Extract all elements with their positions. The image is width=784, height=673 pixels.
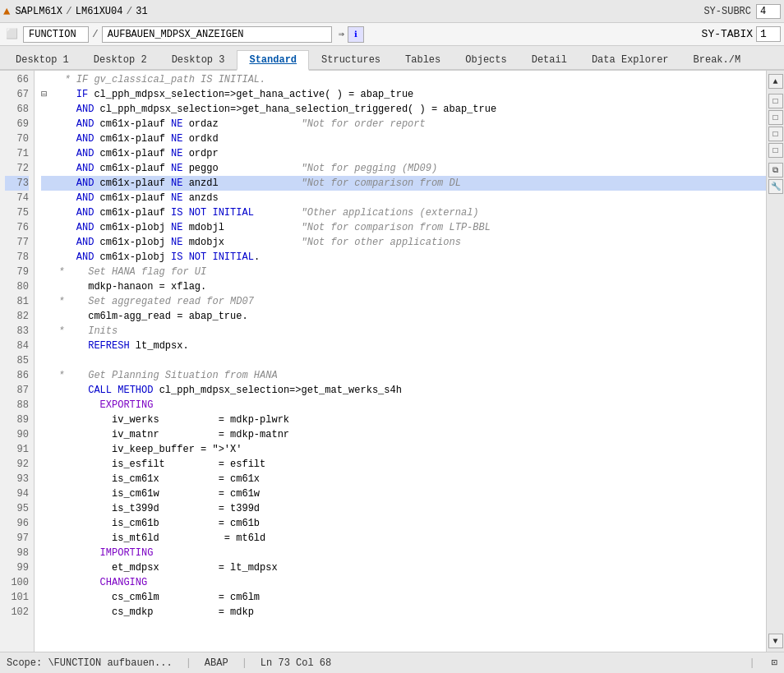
code-line-93: is_cm61x = cm61x bbox=[41, 472, 766, 486]
rt-btn-6[interactable]: 🔧 bbox=[768, 179, 783, 194]
scroll-down-btn[interactable]: ▼ bbox=[768, 634, 783, 648]
topbar2: ⬜ FUNCTION / AUFBAUEN_MDPSX_ANZEIGEN ⇒ ℹ… bbox=[0, 23, 784, 46]
rt-btn-3[interactable]: □ bbox=[768, 127, 783, 141]
statusbar: Scope: \FUNCTION aufbauen... | ABAP | Ln… bbox=[0, 652, 784, 673]
function-icon: ⬜ bbox=[3, 26, 20, 43]
code-line-100: CHANGING bbox=[41, 575, 766, 590]
code-line-67: ⊟ IF cl_pph_mdpsx_selection=>get_hana_ac… bbox=[41, 87, 766, 102]
rt-btn-4[interactable]: □ bbox=[768, 143, 783, 158]
topbar1: ▲ SAPLM61X / LM61XU04 / 31 SY-SUBRC 4 bbox=[0, 0, 784, 23]
code-line-97: is_mt6ld = mt6ld bbox=[41, 531, 766, 546]
code-line-74: AND cm61x-plauf NE anzds bbox=[41, 191, 766, 205]
scroll-up-btn[interactable]: ▲ bbox=[768, 74, 783, 89]
editor-wrapper: 6667686970717273747576777879808182838485… bbox=[0, 71, 784, 652]
rt-btn-2[interactable]: □ bbox=[768, 110, 783, 125]
include-name: LM61XU04 bbox=[76, 6, 123, 17]
tab-detail[interactable]: Detail bbox=[519, 50, 579, 69]
code-line-99: et_mdpsx = lt_mdpsx bbox=[41, 560, 766, 575]
program-name: SAPLM61X bbox=[15, 6, 62, 17]
code-line-88: EXPORTING bbox=[41, 398, 766, 413]
line-number: 31 bbox=[136, 6, 147, 17]
sap-icon: ▲ bbox=[3, 5, 10, 18]
tab-objects[interactable]: Objects bbox=[453, 50, 519, 69]
sy-tabix-label: SY-TABIX bbox=[702, 28, 753, 40]
code-line-92: is_esfilt = esfilt bbox=[41, 457, 766, 472]
rt-btn-1[interactable]: □ bbox=[768, 94, 783, 108]
program-segment: SAPLM61X / LM61XU04 / 31 bbox=[15, 5, 147, 17]
tab-tables[interactable]: Tables bbox=[393, 50, 453, 69]
code-line-80: mdkp-hanaon = xflag. bbox=[41, 279, 766, 294]
tab-desktop2[interactable]: Desktop 2 bbox=[81, 50, 159, 69]
code-line-84: REFRESH lt_mdpsx. bbox=[41, 339, 766, 353]
code-line-91: iv_keep_buffer = ">'X' bbox=[41, 442, 766, 457]
tab-data-explorer[interactable]: Data Explorer bbox=[579, 50, 681, 69]
code-line-89: iv_werks = mdkp-plwrk bbox=[41, 413, 766, 427]
code-line-96: is_cm61b = cm61b bbox=[41, 516, 766, 531]
rt-btn-5[interactable]: ⧉ bbox=[768, 163, 783, 177]
code-line-76: AND cm61x-plobj NE mdobjl "Not for compa… bbox=[41, 220, 766, 235]
tab-break[interactable]: Break./M bbox=[681, 50, 754, 69]
code-line-71: AND cm61x-plauf NE ordpr bbox=[41, 146, 766, 161]
line-numbers: 6667686970717273747576777879808182838485… bbox=[0, 71, 35, 652]
arrow-icon[interactable]: ⇒ bbox=[339, 28, 344, 40]
object-type: FUNCTION bbox=[23, 26, 89, 43]
code-line-86: * Get Planning Situation from HANA bbox=[41, 368, 766, 383]
tab-desktop1[interactable]: Desktop 1 bbox=[3, 50, 81, 69]
code-line-73: AND cm61x-plauf NE anzdl "Not for compar… bbox=[41, 176, 766, 191]
code-line-95: is_t399d = t399d bbox=[41, 501, 766, 516]
code-line-69: AND cm61x-plauf NE ordaz "Not for order … bbox=[41, 117, 766, 131]
code-line-94: is_cm61w = cm61w bbox=[41, 486, 766, 501]
code-line-90: iv_matnr = mdkp-matnr bbox=[41, 427, 766, 442]
code-line-70: AND cm61x-plauf NE ordkd bbox=[41, 131, 766, 146]
sep1: / bbox=[66, 5, 72, 17]
code-line-85 bbox=[41, 353, 766, 368]
sy-subrc-label: SY-SUBRC bbox=[703, 6, 751, 17]
sep2: / bbox=[126, 5, 132, 17]
code-line-82: cm6lm-agg_read = abap_true. bbox=[41, 309, 766, 324]
code-line-68: AND cl_pph_mdpsx_selection=>get_hana_sel… bbox=[41, 102, 766, 117]
editor-content: 6667686970717273747576777879808182838485… bbox=[0, 71, 766, 652]
code-line-102: cs_mdkp = mdkp bbox=[41, 605, 766, 620]
info-button[interactable]: ℹ bbox=[348, 26, 364, 43]
tab-standard[interactable]: Standard bbox=[237, 50, 309, 71]
code-line-87: CALL METHOD cl_pph_mdpsx_selection=>get_… bbox=[41, 383, 766, 398]
sy-tabix-value: 1 bbox=[756, 26, 781, 42]
status-icon: ⊡ bbox=[772, 657, 777, 669]
object-name: AUFBAUEN_MDPSX_ANZEIGEN bbox=[102, 26, 332, 43]
code-line-79: * Set HANA flag for UI bbox=[41, 265, 766, 279]
sy-subrc-value: 4 bbox=[756, 4, 781, 19]
tab-structures[interactable]: Structures bbox=[309, 50, 393, 69]
code-line-75: AND cm61x-plauf IS NOT INITIAL "Other ap… bbox=[41, 205, 766, 220]
code-line-66: * IF gv_classical_path IS INITIAL. bbox=[41, 72, 766, 87]
code-line-83: * Inits bbox=[41, 324, 766, 339]
code-line-101: cs_cm6lm = cm6lm bbox=[41, 590, 766, 605]
code-line-98: IMPORTING bbox=[41, 546, 766, 560]
position-label: Ln 73 Col 68 bbox=[261, 657, 331, 669]
code-line-72: AND cm61x-plauf NE peggo "Not for peggin… bbox=[41, 161, 766, 176]
code-line-81: * Set aggregated read for MD07 bbox=[41, 294, 766, 309]
code-area[interactable]: * IF gv_classical_path IS INITIAL.⊟ IF c… bbox=[35, 71, 766, 652]
scope-label: Scope: \FUNCTION aufbauen... bbox=[7, 657, 173, 669]
code-line-78: AND cm61x-plobj IS NOT INITIAL. bbox=[41, 250, 766, 265]
lang-label: ABAP bbox=[205, 657, 228, 669]
code-line-77: AND cm61x-plobj NE mdobjx "Not for other… bbox=[41, 235, 766, 250]
tab-desktop3[interactable]: Desktop 3 bbox=[159, 50, 238, 69]
tab-bar: Desktop 1 Desktop 2 Desktop 3 Standard S… bbox=[0, 46, 784, 71]
right-toolbar: ▲ □ □ □ □ ⧉ 🔧 ▼ bbox=[766, 71, 784, 652]
